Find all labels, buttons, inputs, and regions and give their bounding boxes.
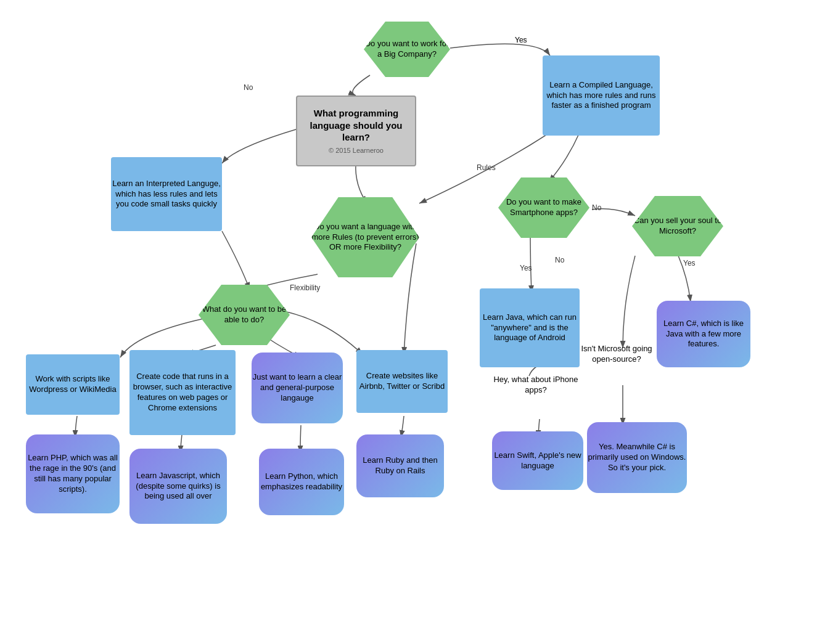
learn-csharp-node: Learn C#, which is like Java with a few … [657, 301, 750, 367]
learn-php-node: Learn PHP, which was all the rage in the… [26, 434, 120, 513]
big-company-node: Do you want to work for a Big Company? [364, 22, 450, 77]
just-learn-node: Just want to learn a clear and general-p… [252, 353, 343, 423]
label-no2: No [592, 203, 601, 212]
copyright: © 2015 Learneroo [297, 146, 415, 155]
learn-javascript-node: Learn Javascript, which (despite some qu… [129, 449, 227, 524]
main-question-node: What programming language should you lea… [296, 96, 416, 166]
label-yes3: Yes [520, 264, 532, 272]
what-to-do-node: What do you want to be able to do? [199, 285, 290, 345]
label-yes1-display: Yes [515, 36, 527, 44]
compiled-lang-node: Learn a Compiled Language, which has mor… [543, 55, 660, 136]
main-question-title: What programming language should you lea… [297, 107, 415, 144]
create-browser-node: Create code that runs in a browser, such… [129, 350, 236, 435]
iphone-apps-label: Hey, what about iPhone apps? [493, 375, 578, 396]
learn-swift-node: Learn Swift, Apple's new language [492, 431, 583, 490]
flowchart: Yes Yes No Rules Flexibility No Yes Yes … [0, 0, 817, 644]
label-yes1: Yes [515, 36, 527, 44]
label-yes2: Yes [683, 259, 696, 267]
interpreted-lang-node: Learn an Interpreted Languge, which has … [111, 157, 222, 231]
create-websites-node: Create websites like Airbnb, Twitter or … [356, 350, 448, 413]
isnt-microsoft-label: Isn't Microsoft going open-source? [577, 344, 657, 365]
rules-flex-node: Do you want a language with more Rules (… [311, 197, 419, 277]
label-no1: No [244, 83, 253, 92]
learn-python-node: Learn Python, which emphasizes readabili… [259, 449, 344, 515]
work-scripts-node: Work with scripts like Wordpress or Wiki… [26, 354, 120, 415]
sell-soul-node: Can you sell your soul to Microsoft? [632, 196, 723, 256]
label-flexibility: Flexibility [290, 283, 320, 292]
csharp-windows-node: Yes. Meanwhile C# is primarily used on W… [587, 422, 687, 493]
learn-java-node: Learn Java, which can run "anywhere" and… [480, 288, 580, 367]
learn-ruby-node: Learn Ruby and then Ruby on Rails [356, 434, 444, 497]
label-rules: Rules [477, 163, 496, 172]
smartphone-node: Do you want to make Smartphone apps? [498, 177, 589, 238]
label-no3: No [555, 256, 564, 264]
